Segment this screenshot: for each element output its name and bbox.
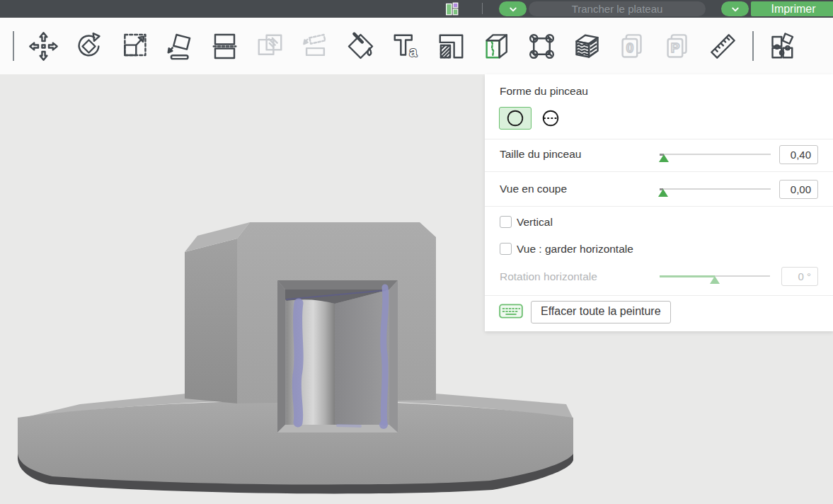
seam-painting-panel: Forme du pinceau Taille du pinceau 0,40 …: [485, 74, 833, 331]
place-on-face-tool-icon[interactable]: [163, 30, 195, 62]
slider-fill: [660, 275, 715, 277]
scale-tool-icon[interactable]: [118, 30, 150, 62]
slider-thumb: [710, 276, 720, 284]
horizontal-rotation-label: Rotation horizontale: [500, 270, 597, 283]
cut-tool-icon[interactable]: [209, 30, 241, 62]
brush-size-label: Taille du pinceau: [500, 148, 581, 161]
erase-all-painting-button[interactable]: Effacer toute la peinture: [531, 301, 671, 323]
mmu-segmentation-tool-icon[interactable]: [526, 30, 558, 62]
seam-painting-tool-icon[interactable]: [481, 30, 512, 62]
slider-track: [660, 188, 771, 190]
brush-shape-sphere-button[interactable]: [534, 107, 567, 130]
brush-shape-circle-button[interactable]: [499, 107, 532, 130]
svg-text:P: P: [671, 40, 680, 55]
vertical-checkbox-label: Vertical: [517, 216, 553, 229]
print-label: Imprimer: [771, 3, 815, 16]
rotate-tool-icon[interactable]: [73, 30, 105, 62]
keep-horizontal-checkbox[interactable]: [500, 243, 512, 255]
divider: [485, 139, 833, 139]
keep-horizontal-checkbox-label: Vue : garder horizontale: [517, 243, 633, 256]
paint-supports-tool-icon[interactable]: [435, 30, 467, 62]
chevron-down-icon: [507, 3, 519, 16]
toolbar-separator: [13, 31, 14, 61]
slider-track: [660, 154, 771, 155]
topbar-separator: [482, 3, 483, 14]
divider: [485, 171, 833, 172]
fuzzy-skin-tool-icon[interactable]: [571, 30, 603, 62]
move-tool-icon[interactable]: [28, 30, 59, 62]
top-bar: Trancher le plateau Imprimer: [0, 0, 833, 18]
sphere-brush-icon: [541, 109, 560, 127]
brush-size-value[interactable]: 0,40: [779, 145, 818, 164]
arrange-plate-icon[interactable]: [444, 1, 459, 16]
main-toolbar: a0P: [0, 18, 833, 74]
brush-shape-title: Forme du pinceau: [500, 85, 588, 98]
slicer-window: Trancher le plateau Imprimer a0P: [0, 0, 833, 504]
slider-thumb[interactable]: [659, 154, 669, 162]
mirror-tool-icon: [254, 30, 286, 62]
assembly-view-tool-icon[interactable]: [767, 30, 799, 62]
paint-tool-icon[interactable]: [345, 30, 377, 62]
circle-brush-icon: [506, 109, 524, 127]
slice-plate-button[interactable]: Trancher le plateau: [529, 1, 706, 16]
print-dropdown-button[interactable]: [721, 1, 749, 16]
divider: [485, 206, 833, 207]
toolbar-separator: [752, 31, 754, 61]
slider-thumb[interactable]: [658, 189, 668, 197]
horizontal-rotation-slider: [660, 271, 770, 281]
chevron-down-icon: [729, 3, 742, 16]
svg-text:a: a: [409, 44, 418, 59]
section-view-slider[interactable]: [660, 184, 771, 194]
slice-plate-label: Trancher le plateau: [572, 3, 663, 15]
section-view-value[interactable]: 0,00: [779, 180, 818, 199]
vertical-checkbox[interactable]: [500, 216, 512, 228]
lay-flat-tool-icon: [299, 30, 331, 62]
text-tool-icon[interactable]: a: [390, 30, 422, 62]
section-view-label: Vue en coupe: [500, 183, 567, 195]
brush-size-slider[interactable]: [660, 149, 771, 159]
zero-layer-tool-icon: 0: [616, 30, 648, 62]
svg-text:0: 0: [626, 40, 633, 55]
divider: [485, 295, 833, 296]
per-object-process-tool-icon: P: [662, 30, 694, 62]
horizontal-rotation-value: 0 °: [781, 267, 818, 286]
keyboard-shortcuts-icon[interactable]: [499, 302, 523, 320]
measure-tool-icon[interactable]: [707, 30, 739, 62]
slice-dropdown-button[interactable]: [499, 1, 527, 16]
print-button[interactable]: Imprimer: [751, 1, 833, 16]
